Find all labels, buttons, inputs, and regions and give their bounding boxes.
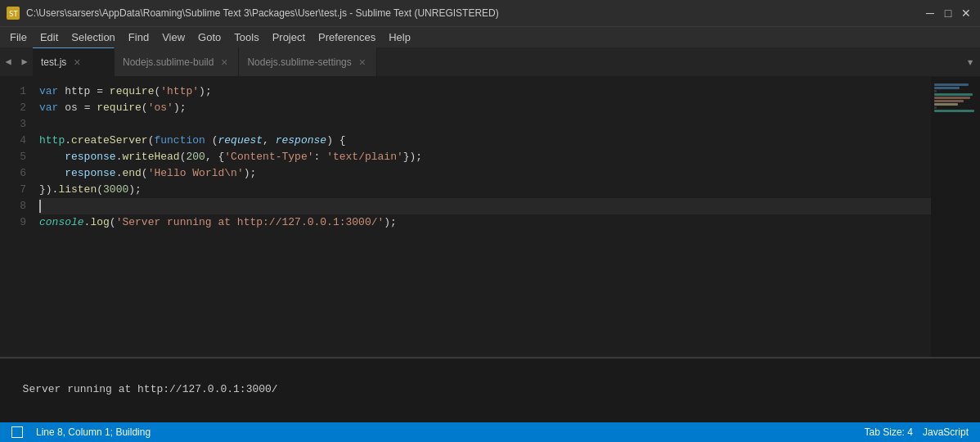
minimap-line — [934, 87, 960, 89]
maximize-button[interactable]: □ — [941, 6, 955, 20]
menu-item-edit[interactable]: Edit — [34, 29, 65, 45]
minimap-line — [934, 83, 969, 86]
text-cursor — [39, 200, 41, 213]
menu-item-view[interactable]: View — [155, 29, 191, 45]
tab-nav-right-button[interactable]: ▶ — [16, 47, 33, 76]
menu-bar: FileEditSelectionFindViewGotoToolsProjec… — [0, 26, 980, 47]
menu-item-find[interactable]: Find — [122, 29, 155, 45]
code-line-8 — [39, 198, 931, 214]
code-line-2: var os = require('os'); — [39, 100, 931, 116]
code-line-3 — [39, 116, 931, 133]
menu-item-help[interactable]: Help — [382, 29, 417, 45]
editor-area: 123456789 var http = require('http'); va… — [0, 77, 980, 357]
minimap-line — [934, 106, 937, 109]
line-numbers: 123456789 — [0, 77, 33, 357]
file-icon — [11, 426, 23, 438]
line-number-5: 5 — [10, 149, 26, 165]
status-right: Tab Size: 4 JavaScript — [860, 426, 973, 438]
minimap-line — [934, 90, 937, 92]
title-text: C:\Users\sarsers\AppData\Roaming\Sublime… — [26, 7, 916, 19]
svg-text:ST: ST — [9, 10, 18, 18]
code-line-5: response.writeHead(200, {'Content-Type':… — [39, 149, 931, 165]
close-button[interactable]: ✕ — [959, 6, 973, 20]
minimize-button[interactable]: ─ — [923, 6, 937, 20]
status-tab-size[interactable]: Tab Size: 4 — [860, 426, 918, 438]
menu-item-goto[interactable]: Goto — [191, 29, 227, 45]
tab-nodebuild-label: Nodejs.sublime-build — [123, 56, 214, 68]
line-number-6: 6 — [10, 165, 26, 182]
menu-item-selection[interactable]: Selection — [65, 29, 121, 45]
line-number-8: 8 — [10, 198, 26, 214]
status-file-icon[interactable] — [7, 422, 31, 442]
console-output: Server running at http://127.0.0.1:3000/ — [0, 357, 980, 422]
tab-nodesettings-close[interactable]: × — [357, 56, 368, 68]
tab-nav-left-button[interactable]: ◀ — [0, 47, 16, 76]
tab-overflow-button[interactable]: ▾ — [960, 47, 980, 76]
menu-item-preferences[interactable]: Preferences — [312, 29, 382, 45]
code-line-6: response.end('Hello World\n'); — [39, 165, 931, 182]
tab-nodesettings[interactable]: Nodejs.sublime-settings× — [239, 47, 376, 76]
tab-nodebuild[interactable]: Nodejs.sublime-build× — [115, 47, 239, 76]
tab-nodesettings-label: Nodejs.sublime-settings — [247, 56, 351, 68]
minimap — [931, 77, 980, 357]
window-controls: ─ □ ✕ — [923, 6, 973, 20]
minimap-line — [934, 110, 974, 112]
code-line-1: var http = require('http'); — [39, 83, 931, 100]
tab-testjs[interactable]: test.js× — [33, 47, 115, 76]
tab-nodebuild-close[interactable]: × — [218, 56, 230, 68]
line-number-9: 9 — [10, 214, 26, 231]
console-line: Server running at http://127.0.0.1:3000/ — [23, 383, 278, 395]
app-icon: ST — [7, 7, 20, 20]
line-number-4: 4 — [10, 133, 26, 149]
menu-item-file[interactable]: File — [3, 29, 34, 45]
menu-item-project[interactable]: Project — [266, 29, 312, 45]
menu-item-tools[interactable]: Tools — [227, 29, 265, 45]
status-position[interactable]: Line 8, Column 1; Building — [31, 422, 155, 442]
line-number-3: 3 — [10, 116, 26, 133]
code-editor[interactable]: var http = require('http'); var os = req… — [33, 77, 931, 357]
code-line-9: console.log('Server running at http://12… — [39, 214, 931, 231]
tab-testjs-label: test.js — [41, 56, 66, 68]
code-line-7: }).listen(3000); — [39, 182, 931, 198]
code-line-4: http.createServer(function (request, res… — [39, 133, 931, 149]
minimap-line — [934, 100, 964, 102]
status-bar: Line 8, Column 1; Building Tab Size: 4 J… — [0, 422, 980, 442]
tab-testjs-close[interactable]: × — [71, 56, 83, 68]
minimap-line — [934, 103, 958, 106]
line-number-2: 2 — [10, 100, 26, 116]
line-number-1: 1 — [10, 83, 26, 100]
tab-bar: ◀ ▶ test.js×Nodejs.sublime-build×Nodejs.… — [0, 47, 980, 77]
status-language[interactable]: JavaScript — [918, 426, 973, 438]
title-bar: ST C:\Users\sarsers\AppData\Roaming\Subl… — [0, 0, 980, 26]
minimap-line — [934, 97, 970, 99]
line-number-7: 7 — [10, 182, 26, 198]
minimap-line — [934, 93, 973, 96]
